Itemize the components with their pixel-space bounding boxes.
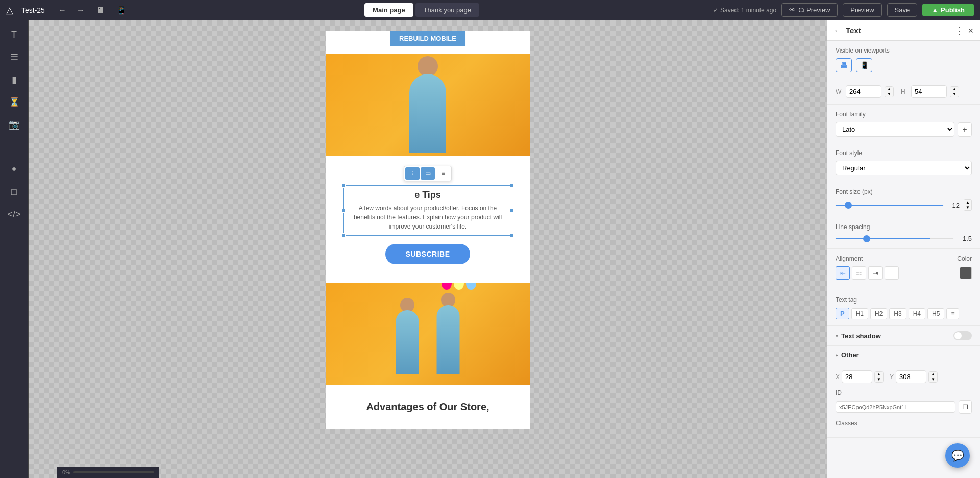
tag-h5-button[interactable]: H5 <box>927 308 944 319</box>
tag-h1-button[interactable]: H1 <box>851 308 868 319</box>
height-stepper: ▲ ▼ <box>950 86 959 97</box>
text-section[interactable]: ⁝ ▭ ≡ e Tips A few words about your prod <box>326 156 530 283</box>
line-spacing-slider[interactable] <box>836 238 953 239</box>
sidebar-timer-tool[interactable]: ⏳ <box>4 92 24 112</box>
sidebar-sections-tool[interactable]: ☰ <box>4 47 24 67</box>
x-decrement[interactable]: ▼ <box>875 377 883 382</box>
editable-text-container[interactable]: e Tips A few words about your product/of… <box>343 185 512 236</box>
text-shadow-header[interactable]: Text shadow <box>827 326 980 346</box>
height-decrement[interactable]: ▼ <box>950 92 959 97</box>
redo-button[interactable]: → <box>74 4 88 17</box>
font-family-label: Font family <box>836 111 972 118</box>
resize-handle-bl[interactable] <box>341 233 346 237</box>
sidebar-shape-tool[interactable]: ▫ <box>4 137 24 157</box>
height-input[interactable] <box>911 85 947 98</box>
panel-close-button[interactable]: ✕ <box>968 27 974 35</box>
tag-h4-button[interactable]: H4 <box>909 308 925 319</box>
y-input[interactable] <box>896 370 926 383</box>
mobile-viewport-icon[interactable]: 📱 <box>856 58 872 72</box>
alignment-buttons: ⇤ ⚏ ⇥ ≣ <box>836 266 899 280</box>
other-header[interactable]: Other <box>827 346 980 364</box>
persons-group <box>389 293 466 374</box>
publish-icon: ▲ <box>932 6 938 14</box>
sidebar-element-tool[interactable]: □ <box>4 182 24 202</box>
body-text[interactable]: A few words about your product/offer. Fo… <box>350 204 505 231</box>
rebuild-mobile-button[interactable]: REBUILD MOBILE <box>390 31 465 46</box>
font-size-slider[interactable] <box>836 205 943 206</box>
product-image-2[interactable] <box>326 283 530 385</box>
dimensions-section: W ▲ ▼ H ▲ ▼ <box>827 79 980 105</box>
viewport-icons: 🖶 📱 <box>836 58 972 72</box>
sidebar-layout-tool[interactable]: ▮ <box>4 69 24 90</box>
resize-handle-mr[interactable] <box>510 209 514 213</box>
font-family-select[interactable]: Lato Arial Helvetica <box>836 122 954 137</box>
tag-h2-button[interactable]: H2 <box>870 308 887 319</box>
align-left-button[interactable]: ⇤ <box>836 266 850 280</box>
edit-tool-grid[interactable]: ⁝ <box>405 167 420 180</box>
resize-handle-br[interactable] <box>510 233 514 237</box>
desktop-view-button[interactable]: 🖥 <box>92 4 108 17</box>
tab-thank-you-page[interactable]: Thank you page <box>415 3 479 17</box>
sidebar-text-tool[interactable]: T <box>4 24 24 45</box>
tab-main-page[interactable]: Main page <box>364 3 413 17</box>
panel-title: Text <box>846 26 950 35</box>
height-increment[interactable]: ▲ <box>950 87 959 92</box>
panel-back-button[interactable]: ← <box>834 26 842 35</box>
text-shadow-toggle-container <box>953 331 972 340</box>
panel-more-button[interactable]: ⋮ <box>954 25 964 36</box>
desktop-viewport-icon[interactable]: 🖶 <box>836 58 852 72</box>
publish-button[interactable]: ▲ Publish <box>922 4 974 16</box>
y-stepper: ▲ ▼ <box>928 371 938 383</box>
width-decrement[interactable]: ▼ <box>885 92 893 97</box>
tag-p-button[interactable]: P <box>836 308 849 319</box>
sidebar-media-tool[interactable]: 📷 <box>4 114 24 135</box>
x-input[interactable] <box>842 370 872 383</box>
text-shadow-toggle[interactable] <box>953 331 972 340</box>
y-decrement[interactable]: ▼ <box>929 377 937 382</box>
tag-list-button[interactable]: ≡ <box>946 308 959 319</box>
align-justify-button[interactable]: ≣ <box>885 266 899 280</box>
id-copy-button[interactable]: ❐ <box>959 400 972 414</box>
headline-text[interactable]: e Tips <box>350 190 505 200</box>
undo-button[interactable]: ← <box>55 4 69 17</box>
width-increment[interactable]: ▲ <box>885 87 893 92</box>
edit-tool-text[interactable]: ≡ <box>436 167 450 180</box>
preview-button[interactable]: Preview <box>843 3 881 17</box>
resize-handle-tl[interactable] <box>341 184 346 188</box>
chat-fab-button[interactable]: 💬 <box>945 443 970 468</box>
chat-icon: 💬 <box>951 449 964 462</box>
product-image-1[interactable] <box>326 54 530 156</box>
tag-h3-button[interactable]: H3 <box>889 308 906 319</box>
align-right-button[interactable]: ⇥ <box>868 266 883 280</box>
resize-handle-tr[interactable] <box>510 184 514 188</box>
save-button[interactable]: Save <box>887 3 918 17</box>
width-input[interactable] <box>846 85 881 98</box>
font-size-increment[interactable]: ▲ <box>964 200 971 205</box>
text-edit-toolbar: ⁝ ▭ ≡ <box>404 166 452 181</box>
toggle-knob <box>954 332 962 339</box>
align-center-button[interactable]: ⚏ <box>852 266 866 280</box>
font-size-stepper: ▲ ▼ <box>964 199 972 211</box>
add-font-button[interactable]: + <box>958 122 972 137</box>
person-2a <box>389 298 425 374</box>
y-increment[interactable]: ▲ <box>929 372 937 377</box>
sidebar-code-tool[interactable]: </> <box>4 204 24 224</box>
ci-preview-button[interactable]: 👁 Ci Preview <box>781 3 838 17</box>
id-input[interactable] <box>836 401 955 413</box>
x-increment[interactable]: ▲ <box>875 372 883 377</box>
tablet-view-button[interactable]: 📱 <box>112 3 131 17</box>
font-style-select[interactable]: Regular Bold Italic Bold Italic <box>836 161 972 175</box>
width-stepper: ▲ ▼ <box>885 86 894 97</box>
color-swatch[interactable] <box>960 267 972 279</box>
font-size-decrement[interactable]: ▼ <box>964 205 971 210</box>
line-spacing-row: 1.5 <box>836 235 972 242</box>
subscribe-button[interactable]: SUBSCRIBE <box>385 244 471 264</box>
resize-handle-ml[interactable] <box>341 209 346 213</box>
x-stepper: ▲ ▼ <box>874 371 884 383</box>
id-label: ID <box>836 389 972 396</box>
image-background-1 <box>326 54 530 156</box>
font-size-value: 12 <box>947 202 960 209</box>
sidebar-widget-tool[interactable]: ✦ <box>4 159 24 180</box>
edit-tool-block[interactable]: ▭ <box>421 167 435 180</box>
canvas-area[interactable]: REBUILD MOBILE $35.00 $50.00 <box>29 20 827 478</box>
